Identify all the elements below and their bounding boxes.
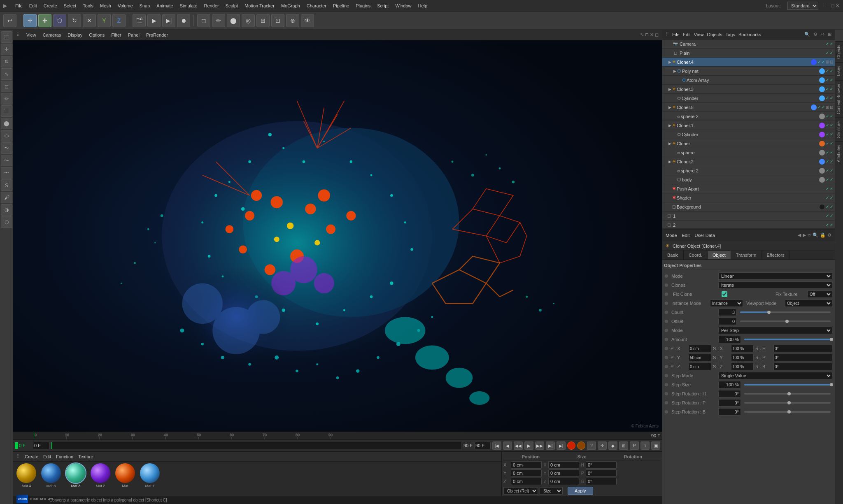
material-item-mat4[interactable]: Mat.4	[16, 463, 36, 488]
menu-simulate[interactable]: Simulate	[180, 3, 198, 8]
pos-z-input[interactable]	[511, 478, 542, 485]
vtab-attributes[interactable]: Attributes	[835, 141, 843, 165]
obj-edit-btn[interactable]: Edit	[683, 32, 691, 37]
obj-row-sphere2-c2[interactable]: ⌾ sphere 2 ✓ ✓	[662, 166, 835, 175]
menu-render[interactable]: Render	[204, 3, 219, 8]
pz-input[interactable]	[689, 363, 711, 370]
menu-motion-tracker[interactable]: Motion Tracker	[245, 3, 275, 8]
step-size-input[interactable]	[718, 381, 741, 388]
step-mode-select[interactable]: Single Value Per Component	[718, 372, 832, 379]
mat-edit-btn[interactable]: Edit	[43, 454, 51, 459]
pos-y-input[interactable]	[511, 469, 542, 477]
motion-btn[interactable]: ⊞	[619, 441, 628, 450]
vtab-takes[interactable]: Takes	[835, 62, 843, 80]
menu-create[interactable]: Create	[44, 3, 57, 8]
rot-h-input[interactable]	[586, 461, 617, 469]
mode2-select[interactable]: Per Step Total	[718, 327, 832, 334]
sidebar-icon-nurbs[interactable]: 〜	[1, 142, 12, 154]
material-item-mat3[interactable]: Mat.3	[66, 463, 86, 488]
menu-help[interactable]: Help	[418, 3, 428, 8]
mat-function-btn[interactable]: Function	[56, 454, 73, 459]
sidebar-icon-deform[interactable]: 〜	[1, 167, 12, 179]
material-item-mat[interactable]: Mat	[115, 463, 135, 488]
sidebar-icon-sculpt[interactable]: ◑	[1, 204, 12, 216]
attr-tab-object[interactable]: Object	[708, 251, 731, 259]
attr-next-btn[interactable]: ▶	[803, 232, 806, 238]
obj-row-push-apart[interactable]: ✱ Push Apart ✓ ✓	[662, 184, 835, 193]
step-rot-b-input[interactable]	[718, 408, 741, 416]
obj-row-1[interactable]: ◻ 1 ✓ ✓	[662, 211, 835, 221]
mode-select[interactable]: Linear Radial Grid Honeycomb	[718, 272, 832, 280]
menu-animate[interactable]: Animate	[156, 3, 173, 8]
size-x-input[interactable]	[548, 461, 579, 469]
obj-row-2[interactable]: ◻ 2 ✓ ✓	[662, 221, 835, 229]
attr-tab-transform[interactable]: Transform	[731, 251, 762, 259]
play-btn[interactable]: ▶	[524, 441, 533, 450]
obj-row-cloner3[interactable]: ▶ ✳ Cloner.3 ✓ ✓	[662, 85, 835, 94]
attr-tab-basic[interactable]: Basic	[662, 251, 684, 259]
obj-settings-icon[interactable]: ⚙	[813, 32, 817, 37]
size-y-input[interactable]	[548, 469, 579, 477]
next-frame-btn[interactable]: ▶|	[546, 441, 555, 450]
step-size-slider[interactable]	[744, 384, 831, 386]
prorender-tab[interactable]: ProRender	[146, 33, 168, 37]
viewport-btn-8[interactable]: 👁	[301, 14, 314, 27]
rot-b-input[interactable]	[586, 478, 617, 485]
sidebar-icon-polygon[interactable]: ⬡	[1, 216, 12, 228]
go-end-btn[interactable]: ▶|	[557, 441, 566, 450]
offset-slider[interactable]	[740, 321, 831, 322]
go-start-btn[interactable]: |◀	[492, 441, 501, 450]
attr-search-btn[interactable]: 🔍	[813, 232, 818, 238]
material-item-mat2[interactable]: Mat.2	[91, 463, 110, 488]
obj-row-cylinder1[interactable]: ⬭ Cylinder ✓ ✓	[662, 94, 835, 103]
record-btn[interactable]	[567, 441, 575, 450]
timeline-btn[interactable]: ▣	[651, 441, 660, 450]
material-item-mat1[interactable]: Mat.1	[140, 463, 160, 488]
obj-row-cloner2[interactable]: ▶ ✳ Cloner.2 ✓ ✓	[662, 157, 835, 166]
menu-volume[interactable]: Volume	[118, 3, 133, 8]
menu-snap[interactable]: Snap	[140, 3, 150, 8]
menu-edit[interactable]: Edit	[29, 3, 37, 8]
pos-x-input[interactable]	[511, 461, 542, 469]
vtab-structure[interactable]: Structure	[835, 118, 843, 142]
sy-input[interactable]	[731, 354, 754, 361]
timeline-track[interactable]	[51, 442, 462, 449]
sidebar-icon-select[interactable]: ⬚	[1, 31, 12, 43]
key-btn[interactable]: ◆	[608, 441, 617, 450]
attr-prev-btn[interactable]: ◀	[798, 232, 801, 238]
apply-button[interactable]: Apply	[568, 487, 593, 495]
obj-row-sphere2-c5[interactable]: ⌾ sphere 2 ✓ ✓	[662, 112, 835, 121]
help-btn[interactable]: ?	[587, 441, 596, 450]
cameras-tab[interactable]: Cameras	[43, 33, 61, 37]
view-tab[interactable]: View	[26, 33, 36, 37]
viewport-mode-select[interactable]: Object Point	[785, 300, 832, 307]
frame-input[interactable]	[33, 442, 49, 449]
obj-search-icon[interactable]: 🔍	[804, 32, 810, 37]
menu-tools[interactable]: Tools	[83, 3, 93, 8]
amount-slider[interactable]	[744, 339, 831, 340]
viewport-btn-4[interactable]: ◎	[242, 14, 255, 27]
count-slider[interactable]	[740, 311, 831, 313]
record-auto-btn[interactable]	[577, 441, 585, 450]
sidebar-icon-3d[interactable]: ◻	[1, 81, 12, 92]
display-tab[interactable]: Display	[68, 33, 82, 37]
obj-objects-btn[interactable]: Objects	[707, 32, 722, 37]
attr-lock-btn[interactable]: 🔒	[820, 232, 826, 238]
sidebar-icon-sphere[interactable]: ⬤	[1, 118, 12, 129]
attr-tab-coord[interactable]: Coord.	[684, 251, 708, 259]
obj-row-body[interactable]: ⬡ body ✓ ✓	[662, 175, 835, 184]
obj-tags-btn[interactable]: Tags	[726, 32, 735, 37]
obj-row-sphere-c[interactable]: ⌾ sphere ✓ ✓	[662, 148, 835, 157]
menu-window[interactable]: Window	[395, 3, 411, 8]
material-item-mat3b[interactable]: Mat.3	[41, 463, 61, 488]
px-input[interactable]	[689, 345, 711, 352]
menu-character[interactable]: Character	[307, 3, 326, 8]
fix-clone-checkbox[interactable]	[722, 291, 727, 297]
sidebar-icon-spline[interactable]: 〜	[1, 155, 12, 166]
obj-row-cloner4[interactable]: ▶ ✳ Cloner.4 ✓ ✓ ⊞ ⊡	[662, 58, 835, 67]
mat-create-btn[interactable]: Create	[25, 454, 38, 459]
universal-tool[interactable]: ✕	[83, 14, 96, 27]
filter-tab[interactable]: Filter	[111, 33, 121, 37]
menu-mograph[interactable]: MoGraph	[281, 3, 300, 8]
step-rot-p-slider[interactable]	[744, 402, 831, 404]
